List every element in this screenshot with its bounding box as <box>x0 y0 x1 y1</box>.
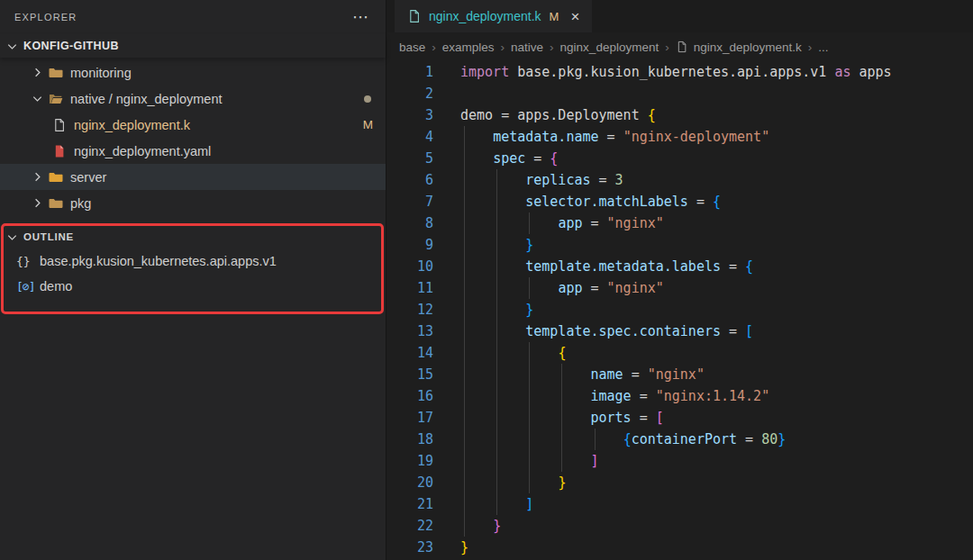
line-number[interactable]: 15 <box>386 364 433 385</box>
code-line[interactable]: 4 metadata.name = "nginx-deployment" <box>386 126 973 148</box>
line-number[interactable]: 16 <box>386 385 433 407</box>
code-line[interactable]: 3demo = apps.Deployment { <box>386 104 973 126</box>
code-token: = <box>632 388 656 404</box>
code-line[interactable]: 8 app = "nginx" <box>386 212 973 234</box>
code-token: = <box>591 172 615 188</box>
code-line[interactable]: 1import base.pkg.kusion_kubernetes.api.a… <box>386 61 973 83</box>
tree-item-nginx-deployment-yaml[interactable]: nginx_deployment.yaml <box>0 138 386 164</box>
code-line[interactable]: 12 } <box>386 299 973 321</box>
code-line[interactable]: 2 <box>386 83 973 104</box>
line-number[interactable]: 6 <box>386 169 433 191</box>
chevron-down-icon[interactable] <box>5 230 23 244</box>
outline-items: {}base.pkg.kusion_kubernetes.api.apps.v1… <box>0 248 386 299</box>
tab-nginx-deployment-k[interactable]: nginx_deployment.k M × <box>395 0 592 32</box>
line-number[interactable]: 21 <box>386 493 433 515</box>
chevron-down-icon[interactable] <box>5 39 23 53</box>
code-text: selector.matchLabels = { <box>433 191 721 212</box>
code-line[interactable]: 15 name = "nginx" <box>386 364 973 385</box>
line-number[interactable]: 9 <box>386 234 433 256</box>
tree-item-pkg[interactable]: pkg <box>0 190 386 216</box>
code-line[interactable]: 16 image = "nginx:1.14.2" <box>386 385 973 407</box>
code-token: as <box>834 64 850 80</box>
chevron-down-icon[interactable] <box>31 92 49 106</box>
tree-item-label: server <box>70 170 106 185</box>
line-number[interactable]: 17 <box>386 407 433 429</box>
line-number[interactable]: 20 <box>386 472 433 493</box>
line-number[interactable]: 7 <box>386 191 433 212</box>
code-text: } <box>433 472 566 493</box>
line-number[interactable]: 5 <box>386 148 433 169</box>
code-text: app = "nginx" <box>433 277 664 299</box>
line-number[interactable]: 18 <box>386 429 433 450</box>
chevron-right-icon[interactable] <box>31 196 49 211</box>
tree-item-native-nginx-deployment[interactable]: native / nginx_deployment <box>0 86 386 112</box>
line-number[interactable]: 3 <box>386 104 433 126</box>
tree-item-label: nginx_deployment.k <box>74 118 190 132</box>
code-line[interactable]: 19 ] <box>386 450 973 472</box>
line-number[interactable]: 2 <box>386 83 433 104</box>
code-text: replicas = 3 <box>433 169 623 191</box>
breadcrumb-item-nginx-deployment[interactable]: nginx_deployment <box>560 41 659 54</box>
line-number[interactable]: 22 <box>386 515 433 537</box>
breadcrumb-item-nginx-deployment-k[interactable]: nginx_deployment.k <box>676 41 802 54</box>
code-line[interactable]: 21 ] <box>386 493 973 515</box>
line-number[interactable]: 14 <box>386 342 433 364</box>
line-number[interactable]: 4 <box>386 126 433 148</box>
line-number[interactable]: 23 <box>386 537 433 558</box>
outline-item-base-pkg-kusion-kubernetes-api-apps-v1[interactable]: {}base.pkg.kusion_kubernetes.api.apps.v1 <box>0 248 386 274</box>
tree-item-monitoring[interactable]: monitoring <box>0 59 386 86</box>
outline-header[interactable]: OUTLINE <box>0 225 386 248</box>
code-text: } <box>433 299 533 321</box>
code-line[interactable]: 10 template.metadata.labels = { <box>386 256 973 277</box>
code-text: } <box>433 234 533 256</box>
line-number[interactable]: 11 <box>386 277 433 299</box>
code-line[interactable]: 7 selector.matchLabels = { <box>386 191 973 212</box>
tree-item-server[interactable]: server <box>0 164 386 190</box>
tab-modified-badge: M <box>550 10 559 23</box>
code-line[interactable]: 18 {containerPort = 80} <box>386 429 973 450</box>
code-token: template.spec.containers <box>525 323 721 339</box>
breadcrumb-item-examples[interactable]: examples <box>442 41 495 54</box>
tree-item-label: nginx_deployment.yaml <box>74 144 211 158</box>
line-number[interactable]: 12 <box>386 299 433 321</box>
code-token: 3 <box>615 172 623 188</box>
line-number[interactable]: 8 <box>386 212 433 234</box>
code-text: ports = [ <box>433 407 664 429</box>
code-line[interactable]: 5 spec = { <box>386 148 973 169</box>
breadcrumb-label: examples <box>442 41 495 54</box>
code-line[interactable]: 13 template.spec.containers = [ <box>386 321 973 342</box>
code-line[interactable]: 17 ports = [ <box>386 407 973 429</box>
code-token: image <box>591 388 632 404</box>
chevron-right-icon[interactable] <box>31 66 49 80</box>
breadcrumb-item-native[interactable]: native <box>511 41 543 54</box>
code-line[interactable]: 11 app = "nginx" <box>386 277 973 299</box>
yaml-file-icon <box>52 144 67 158</box>
code-line[interactable]: 20 } <box>386 472 973 493</box>
code-text: import base.pkg.kusion_kubernetes.api.ap… <box>433 61 892 83</box>
line-number[interactable]: 13 <box>386 321 433 342</box>
outline-title: OUTLINE <box>23 231 74 242</box>
line-number[interactable]: 1 <box>386 61 433 83</box>
line-number[interactable]: 10 <box>386 256 433 277</box>
more-actions-icon[interactable]: ⋯ <box>352 9 369 25</box>
code-text: image = "nginx:1.14.2" <box>433 385 769 407</box>
vscode-window: { "colors": { "sidebar-bg": "#252526", "… <box>0 0 973 560</box>
code-editor[interactable]: 1import base.pkg.kusion_kubernetes.api.a… <box>386 61 973 560</box>
code-line[interactable]: 23} <box>386 537 973 558</box>
code-text: ] <box>433 450 599 472</box>
line-number[interactable]: 19 <box>386 450 433 472</box>
outline-item-demo[interactable]: [⊘]demo <box>0 274 386 299</box>
tree-item-nginx-deployment-k[interactable]: nginx_deployment.kM <box>0 112 386 138</box>
code-line[interactable]: 6 replicas = 3 <box>386 169 973 191</box>
code-token: import <box>460 64 509 80</box>
git-modified-badge: M <box>363 118 373 131</box>
workspace-section-header[interactable]: KONFIG-GITHUB <box>0 34 386 58</box>
code-line[interactable]: 9 } <box>386 234 973 256</box>
code-line[interactable]: 14 { <box>386 342 973 364</box>
chevron-right-icon[interactable] <box>31 170 49 185</box>
breadcrumb-item-base[interactable]: base <box>399 41 425 54</box>
close-icon[interactable]: × <box>570 9 579 24</box>
code-text: metadata.name = "nginx-deployment" <box>433 126 769 148</box>
code-line[interactable]: 22 } <box>386 515 973 537</box>
breadcrumb-item-more[interactable]: ... <box>818 41 828 54</box>
